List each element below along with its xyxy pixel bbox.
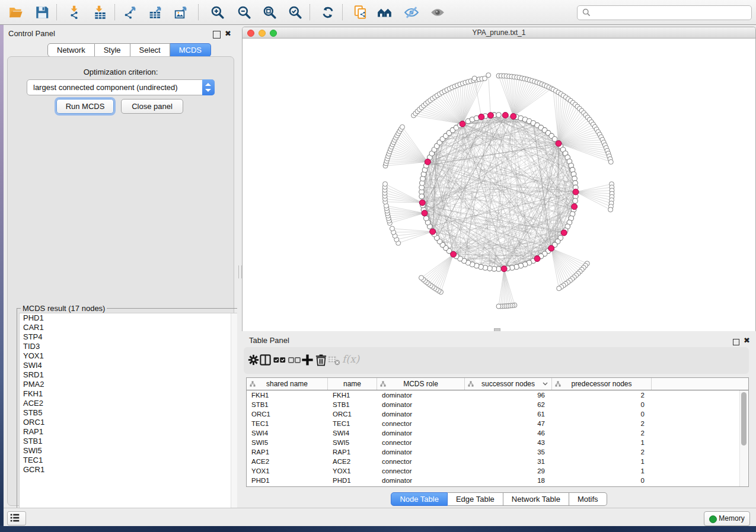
cell-MCDS-role: dominator	[377, 390, 465, 400]
mcds-result-item[interactable]: PMA2	[20, 380, 239, 389]
mcds-result-item[interactable]: TID3	[20, 342, 239, 351]
table-row-ORC1[interactable]: ORC1ORC1dominator610	[247, 409, 748, 419]
table-panel-close-icon[interactable]: ✖	[744, 337, 750, 344]
control-panel-close-icon[interactable]: ✖	[225, 30, 231, 37]
column-header-name[interactable]: name	[328, 378, 377, 390]
mcds-result-item[interactable]: SWI5	[20, 446, 239, 456]
tab-network-table[interactable]: Network Table	[503, 492, 569, 506]
mcds-result-list[interactable]: PHD1CAR1STP4TID3YOX1SWI4SRD1PMA2FKH1ACE2…	[19, 313, 240, 521]
mcds-result-item[interactable]: STB5	[20, 408, 239, 418]
cell-predecessor-nodes: 1	[552, 457, 652, 466]
table-row-SWI4[interactable]: SWI4SWI4dominator462	[247, 428, 748, 438]
table-row-SWI5[interactable]: SWI5SWI5connector431	[247, 438, 748, 447]
hide-selected-icon[interactable]	[403, 4, 420, 21]
import-network-icon[interactable]	[66, 4, 84, 21]
refresh-layout-icon[interactable]	[319, 4, 337, 21]
select-all-icon[interactable]	[273, 353, 288, 368]
cell-predecessor-nodes: 0	[552, 400, 652, 409]
zoom-selected-icon[interactable]	[286, 4, 304, 21]
mcds-result-item[interactable]: PHD1	[20, 313, 239, 323]
tab-select[interactable]: Select	[130, 43, 170, 57]
mcds-result-item[interactable]: STB1	[20, 437, 239, 446]
tab-style[interactable]: Style	[95, 43, 130, 57]
tab-edge-table[interactable]: Edge Table	[448, 492, 503, 506]
close-panel-button[interactable]: Close panel	[121, 99, 183, 114]
mcds-result-item[interactable]: RAP1	[20, 427, 239, 437]
export-image-icon[interactable]	[173, 4, 190, 21]
control-panel-float-icon[interactable]	[213, 30, 221, 41]
new-column-icon[interactable]	[301, 353, 315, 368]
table-scrollbar-thumb[interactable]	[741, 392, 747, 446]
cell-shared-name: PHD1	[247, 476, 328, 485]
show-columns-icon[interactable]	[259, 353, 273, 368]
table-row-YOX1[interactable]: YOX1YOX1connector291	[247, 466, 748, 476]
search-input[interactable]	[593, 7, 749, 19]
network-window-titlebar[interactable]: YPA_prune.txt_1	[243, 27, 755, 39]
column-header-predecessor-nodes[interactable]: predecessor nodes	[552, 378, 652, 390]
select-stepper-icon	[202, 79, 215, 95]
mcds-result-item[interactable]: ORC1	[20, 418, 239, 427]
zoom-out-icon[interactable]	[235, 4, 253, 21]
mcds-result-item[interactable]: SWI4	[20, 361, 239, 370]
tab-motifs[interactable]: Motifs	[569, 492, 607, 506]
control-panel-tabs: NetworkStyleSelectMCDS	[47, 43, 211, 57]
column-header-successor-nodes[interactable]: successor nodes	[465, 378, 552, 390]
control-panel-title: Control Panel	[8, 29, 55, 38]
network-from-selection-icon[interactable]	[352, 4, 369, 21]
tab-mcds[interactable]: MCDS	[170, 43, 211, 57]
import-table-icon[interactable]	[91, 4, 109, 21]
export-table-icon[interactable]	[147, 4, 165, 21]
table-tabs: Node TableEdge TableNetwork TableMotifs	[242, 492, 756, 506]
table-row-TEC1[interactable]: TEC1TEC1connector472	[247, 419, 748, 428]
cell-name: ACE2	[328, 457, 377, 466]
mcds-result-item[interactable]: TEC1	[20, 456, 239, 465]
cell-predecessor-nodes: 0	[552, 409, 652, 419]
open-session-icon[interactable]	[7, 4, 25, 21]
column-header-shared-name[interactable]: shared name	[247, 378, 328, 390]
tab-network[interactable]: Network	[47, 43, 95, 57]
run-mcds-button[interactable]: Run MCDS	[56, 99, 114, 114]
optimization-criterion-label: Optimization criterion:	[8, 68, 234, 76]
cell-successor-nodes: 29	[465, 466, 552, 476]
criterion-select[interactable]: largest connected component (undirected)	[27, 79, 215, 95]
zoom-in-icon[interactable]	[209, 4, 227, 21]
mcds-result-item[interactable]: YOX1	[20, 351, 239, 361]
tab-node-table[interactable]: Node Table	[391, 492, 448, 506]
task-history-button[interactable]	[7, 511, 26, 525]
cell-predecessor-nodes: 2	[552, 419, 652, 428]
criterion-value: largest connected component (undirected)	[33, 80, 178, 95]
network-window-title: YPA_prune.txt_1	[243, 28, 755, 37]
column-header-MCDS-role[interactable]: MCDS role	[377, 378, 465, 390]
network-canvas[interactable]	[243, 39, 755, 331]
memory-status-icon	[709, 515, 717, 523]
mcds-result-item[interactable]: CAR1	[20, 323, 239, 332]
table-row-RAP1[interactable]: RAP1RAP1dominator352	[247, 447, 748, 457]
cell-shared-name: RAP1	[247, 447, 328, 457]
table-row-PHD1[interactable]: PHD1PHD1dominator180	[247, 476, 748, 485]
mcds-result-item[interactable]: STP4	[20, 332, 239, 342]
cell-name: FKH1	[328, 390, 377, 400]
cell-predecessor-nodes: 2	[552, 428, 652, 438]
save-session-icon[interactable]	[33, 4, 51, 21]
search-field[interactable]	[577, 5, 752, 20]
mcds-result-item[interactable]: GCR1	[20, 465, 239, 475]
mcds-result-item[interactable]: SRD1	[20, 370, 239, 380]
mcds-result-item[interactable]: ACE2	[20, 399, 239, 408]
toolbar-separator	[56, 4, 57, 20]
mcds-result-item[interactable]: FKH1	[20, 389, 239, 399]
table-row-STB1[interactable]: STB1STB1dominator620	[247, 400, 748, 409]
memory-button[interactable]: Memory	[704, 511, 750, 526]
table-scrollbar[interactable]	[739, 390, 748, 486]
table-row-ACE2[interactable]: ACE2ACE2connector311	[247, 457, 748, 466]
show-all-icon[interactable]	[429, 4, 446, 21]
search-icon	[582, 8, 591, 17]
zoom-fit-icon[interactable]	[261, 4, 279, 21]
cell-name: SWI4	[328, 428, 377, 438]
table-panel-float-icon[interactable]	[733, 337, 739, 348]
first-neighbors-icon[interactable]	[376, 4, 394, 21]
cell-predecessor-nodes: 1	[552, 466, 652, 476]
cell-successor-nodes: 46	[465, 428, 552, 438]
cell-MCDS-role: dominator	[377, 447, 465, 457]
export-network-icon[interactable]	[122, 4, 139, 21]
table-row-FKH1[interactable]: FKH1FKH1dominator962	[247, 390, 748, 400]
